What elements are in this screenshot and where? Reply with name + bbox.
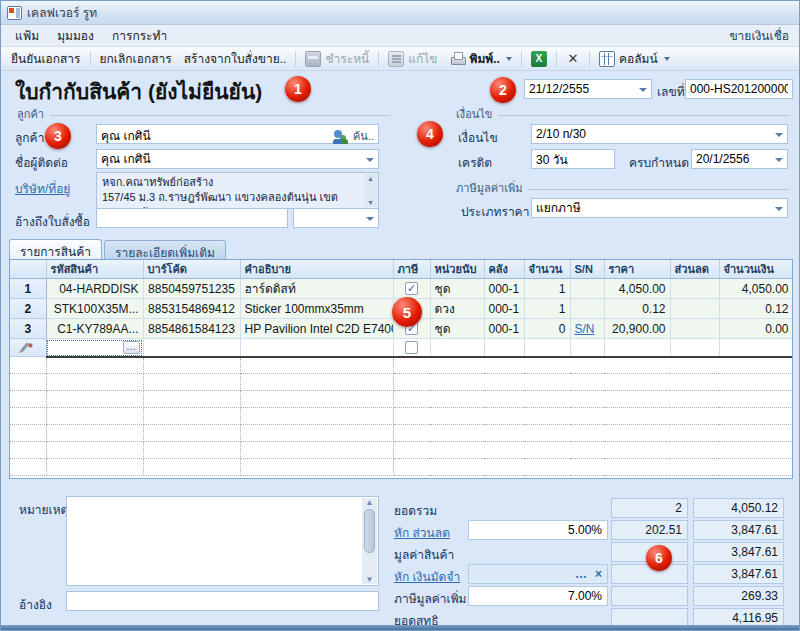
grid-cell-unit[interactable]: ชุด: [430, 279, 484, 299]
doc-no-input[interactable]: [685, 79, 793, 99]
grid-cell-barcode[interactable]: 8854861584123: [143, 319, 240, 339]
grid-cell-warehouse[interactable]: 000-1: [484, 319, 524, 339]
price-type-dropdown[interactable]: แยกภาษี: [531, 198, 788, 218]
grid-cell-barcode[interactable]: 8853154869412: [143, 299, 240, 319]
company-address-link[interactable]: บริษัท/ที่อยู่: [15, 179, 70, 198]
grid-cell-sn[interactable]: [570, 299, 604, 319]
grid-cell-description[interactable]: HP Pavilion Intel C2D E7400 (2....: [240, 319, 393, 339]
credit-input[interactable]: [531, 149, 615, 169]
discount-percent-input[interactable]: [468, 520, 608, 540]
po-reference-input[interactable]: [96, 208, 288, 228]
grid-column-header[interactable]: จำนวนเงิน: [719, 260, 793, 279]
grid-cell-unit[interactable]: ดวง: [430, 299, 484, 319]
deposit-link[interactable]: หัก เงินมัดจำ: [394, 567, 460, 586]
scroll-up-icon[interactable]: ▲: [366, 498, 374, 507]
grid-cell-empty[interactable]: [719, 339, 793, 357]
reference-input[interactable]: [66, 591, 379, 611]
grid-cell-price[interactable]: 0.12: [604, 299, 670, 319]
grid-cell-barcode[interactable]: 8850459751235: [143, 279, 240, 299]
grid-column-header[interactable]: รหัสสินค้า: [46, 260, 143, 279]
grid-column-header[interactable]: คลัง: [484, 260, 524, 279]
notes-textarea[interactable]: ▲ ▼: [66, 496, 379, 586]
grid-cell-unit[interactable]: ชุด: [430, 319, 484, 339]
grid-cell-empty[interactable]: [143, 339, 240, 357]
grid-cell-discount[interactable]: [670, 319, 719, 339]
new-row-code-cell[interactable]: …: [46, 339, 143, 357]
grid-cell-warehouse[interactable]: 000-1: [484, 299, 524, 319]
grid-cell-qty[interactable]: 0: [524, 319, 570, 339]
grid-cell-sn[interactable]: [570, 279, 604, 299]
scroll-up-icon[interactable]: ▲: [367, 174, 374, 183]
scroll-down-icon[interactable]: ▼: [367, 198, 374, 207]
scrollbar-thumb[interactable]: [364, 509, 375, 553]
grid-cell-warehouse[interactable]: 000-1: [484, 279, 524, 299]
tax-checkbox[interactable]: [405, 341, 418, 354]
company-address-box[interactable]: หจก.คณาทรัพย์ก่อสร้าง 157/45 ม.3 ถ.ราษฎร…: [96, 172, 379, 209]
document-date-picker[interactable]: 21/12/2555: [524, 79, 652, 99]
grid-column-header[interactable]: ส่วนลด: [670, 260, 719, 279]
grid-cell-price[interactable]: 4,050.00: [604, 279, 670, 299]
grid-cell-amount[interactable]: 4,050.00: [719, 279, 793, 299]
grid-column-header[interactable]: จำนวน: [524, 260, 570, 279]
row-header[interactable]: 2: [10, 299, 46, 319]
product-lookup-button[interactable]: …: [123, 341, 140, 354]
delete-button[interactable]: ✕: [560, 49, 586, 69]
customer-search-button[interactable]: ค้น..: [353, 127, 374, 145]
menu-action[interactable]: การกระทำ: [104, 24, 175, 47]
grid-cell-empty[interactable]: [570, 339, 604, 357]
po-reference-dropdown[interactable]: [293, 208, 379, 228]
menu-view[interactable]: มุมมอง: [49, 24, 102, 47]
empty-grid-cell: [719, 425, 793, 442]
tax-checkbox[interactable]: ✓: [405, 282, 418, 295]
contact-name-dropdown[interactable]: คุณ เกศินี: [96, 149, 379, 169]
grid-column-header[interactable]: ภาษี: [393, 260, 430, 279]
tab-product-list[interactable]: รายการสินค้า: [9, 239, 102, 259]
grid-column-header[interactable]: S/N: [570, 260, 604, 279]
grid-cell-discount[interactable]: [670, 279, 719, 299]
print-button[interactable]: พิมพ์..: [444, 47, 518, 70]
grid-cell-amount[interactable]: 0.00: [719, 319, 793, 339]
tab-additional-details[interactable]: รายละเอียดเพิ่มเติม: [104, 240, 226, 259]
menu-file[interactable]: แฟ้ม: [7, 24, 47, 47]
deposit-lookup-icon[interactable]: …: [575, 567, 587, 581]
grid-cell-qty[interactable]: 1: [524, 279, 570, 299]
confirm-document-button[interactable]: ยืนยันเอกสาร: [5, 47, 87, 70]
grid-cell-code[interactable]: C1-KY789AA...: [46, 319, 143, 339]
row-header[interactable]: 1: [10, 279, 46, 299]
grid-column-header[interactable]: บาร์โค้ด: [143, 260, 240, 279]
title-bar[interactable]: เคลฟเวอร์ รูท: [1, 1, 799, 25]
grid-column-header[interactable]: คำอธิบาย: [240, 260, 393, 279]
grid-cell-code[interactable]: STK100X35M...: [46, 299, 143, 319]
deposit-clear-icon[interactable]: ×: [595, 567, 602, 581]
grid-column-header[interactable]: ราคา: [604, 260, 670, 279]
row-header[interactable]: 3: [10, 319, 46, 339]
grid-cell-description[interactable]: ฮาร์ดดิสท์: [240, 279, 393, 299]
grid-cell-empty[interactable]: [240, 339, 393, 357]
terms-dropdown[interactable]: 2/10 n/30: [531, 124, 788, 144]
grid-cell-price[interactable]: 20,900.00: [604, 319, 670, 339]
grid-cell-amount[interactable]: 0.12: [719, 299, 793, 319]
grid-cell-description[interactable]: Sticker 100mmx35mm: [240, 299, 393, 319]
grid-cell-empty[interactable]: [430, 339, 484, 357]
due-date-picker[interactable]: 20/1/2556: [691, 149, 788, 169]
create-from-sales-order-button[interactable]: สร้างจากใบสั่งขาย..: [178, 47, 293, 70]
grid-cell-qty[interactable]: 1: [524, 299, 570, 319]
grid-cell-empty[interactable]: [604, 339, 670, 357]
deposit-input[interactable]: … ×: [468, 564, 608, 584]
grid-new-row[interactable]: *…: [10, 339, 793, 357]
customer-input[interactable]: คุณ เกศินี ค้น..: [96, 124, 379, 144]
grid-cell-empty[interactable]: [670, 339, 719, 357]
vat-percent-input[interactable]: [468, 586, 608, 606]
scroll-down-icon[interactable]: ▼: [366, 575, 374, 584]
grid-cell-code[interactable]: 04-HARDDISK: [46, 279, 143, 299]
cancel-document-button[interactable]: ยกเลิกเอกสาร: [94, 47, 178, 70]
grid-cell-empty[interactable]: [484, 339, 524, 357]
address-scrollbar[interactable]: ▲ ▼: [364, 174, 377, 207]
grid-cell-discount[interactable]: [670, 299, 719, 319]
discount-link[interactable]: หัก ส่วนลด: [394, 523, 450, 542]
export-excel-button[interactable]: X: [525, 49, 553, 69]
columns-button[interactable]: คอลัมน์: [593, 47, 676, 70]
sn-link[interactable]: S/N: [575, 322, 595, 336]
grid-column-header[interactable]: หน่วยนับ: [430, 260, 484, 279]
grid-cell-empty[interactable]: [524, 339, 570, 357]
